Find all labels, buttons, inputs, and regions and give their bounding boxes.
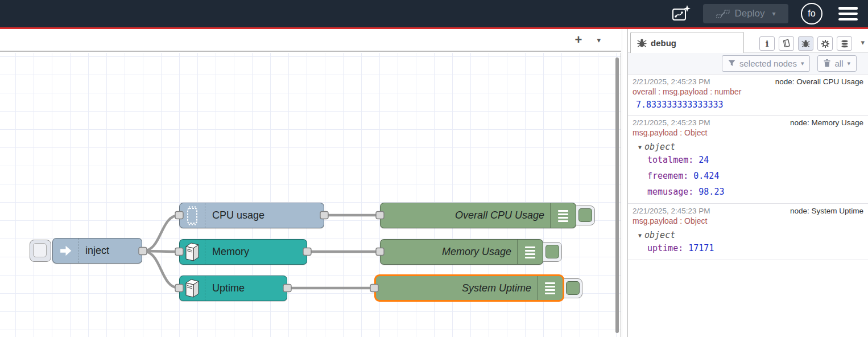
object-field: freemem: 0.424 [633,168,863,184]
sidebar-splitter[interactable] [622,29,627,337]
message-timestamp: 2/21/2025, 2:45:23 PM [633,207,710,215]
flow-tabbar: + ▾ [0,29,621,52]
add-flow-button[interactable]: + [575,34,582,46]
node-label: Overall CPU Usage [381,209,550,221]
field-value: 17171 [688,243,714,253]
node-debug-overall-cpu-usage[interactable]: Overall CPU Usage [380,203,576,228]
debug-tab-button[interactable] [798,36,813,51]
cpu-chip-icon [180,203,205,228]
trash-icon [824,59,830,67]
inject-trigger-button[interactable] [30,240,51,262]
field-value: 0.424 [693,171,719,181]
node-debug-memory-usage[interactable]: Memory Usage [380,239,543,265]
clear-caret-icon: ▾ [847,60,850,67]
main-menu-icon[interactable] [838,6,858,21]
object-field: memusage: 98.23 [633,184,863,200]
context-data-tab-button[interactable] [837,36,852,51]
debug-console-icon [550,203,576,228]
debug-toolbar: selected nodes ▾ all ▾ [628,52,868,75]
node-memory[interactable]: Memory [179,239,307,265]
node-uptime[interactable]: Uptime [179,276,287,301]
message-path: msg.payload : Object [633,216,863,225]
message-source-node: node: System Uptime [790,207,863,215]
filter-caret-icon: ▾ [801,60,804,67]
node-label: Memory [205,246,307,258]
node-red-editor: Deploy ▾ fo + ▾ inject [0,0,868,337]
debug-clear-button[interactable]: all ▾ [817,55,857,72]
canvas-vertical-scrollbar[interactable] [615,57,619,333]
field-key: totalmem: [647,155,693,165]
bug-icon [801,39,810,48]
object-label: object [644,142,675,152]
flow-canvas[interactable]: inject CPU usage [0,53,621,337]
database-icon [840,39,849,48]
debug-toggle-inner [566,281,580,295]
node-debug-system-uptime[interactable]: System Uptime [374,274,564,302]
sidebar-tabbar: debug i [628,29,868,52]
object-expander[interactable]: ▼ object [633,137,863,152]
deploy-icon [716,9,730,19]
funnel-icon [728,60,735,67]
debug-sidebar: debug i [627,29,868,337]
node-inject[interactable]: inject [52,238,142,264]
node-cpu-usage[interactable]: CPU usage [179,203,324,228]
wire-inject-memory [143,251,179,252]
server-tower-icon [180,240,205,264]
config-gear-tab-button[interactable] [817,36,833,51]
object-field: totalmem: 24 [633,152,863,168]
object-label: object [644,230,675,240]
field-value: 24 [698,155,709,165]
message-timestamp: 2/21/2025, 2:45:23 PM [633,118,710,127]
help-book-tab-button[interactable] [779,36,794,51]
sidebar-icon-buttons: i [759,36,852,51]
deploy-label: Deploy [735,8,765,19]
field-key: memusage: [647,187,693,197]
debug-toggle-inner [578,208,592,222]
node-label: CPU usage [205,209,324,221]
field-value: 98.23 [698,187,724,197]
debug-filter-label: selected nodes [739,59,797,68]
debug-message[interactable]: 2/21/2025, 2:45:23 PM node: System Uptim… [628,204,868,260]
info-tab-button[interactable]: i [759,36,775,51]
message-path: overall : msg.payload : number [633,87,863,96]
debug-console-icon [517,240,543,264]
inject-arrow-icon [53,239,78,263]
gear-icon [821,39,830,48]
bug-icon [637,38,647,48]
node-label: System Uptime [376,282,537,294]
deploy-button[interactable]: Deploy ▾ [703,4,788,23]
tree-caret-icon: ▼ [638,232,642,239]
ai-flow-assistant-icon[interactable] [671,5,691,23]
field-key: uptime: [647,243,683,253]
flow-list-caret-icon[interactable]: ▾ [597,36,601,44]
debug-message-list: 2/21/2025, 2:45:23 PM node: Overall CPU … [628,75,868,260]
tree-caret-icon: ▼ [638,144,642,150]
sidebar-collapse-caret-icon[interactable]: ▾ [861,38,865,47]
user-avatar[interactable]: fo [801,3,822,24]
inject-trigger-inner [33,243,47,257]
debug-clear-label: all [834,59,843,68]
message-source-node: node: Memory Usage [790,118,863,127]
header: Deploy ▾ fo [0,0,868,27]
node-label: inject [78,245,142,257]
debug-filter-button[interactable]: selected nodes ▾ [722,55,810,72]
field-key: freemem: [647,171,688,181]
deploy-caret-icon[interactable]: ▾ [772,10,775,18]
debug-message[interactable]: 2/21/2025, 2:45:23 PM node: Memory Usage… [628,116,868,204]
debug-toggle-inner [545,245,559,258]
wire-inject-cpu [143,215,179,251]
message-path: msg.payload : Object [633,128,863,137]
tab-debug-label: debug [651,38,676,48]
book-icon [782,39,791,48]
object-expander[interactable]: ▼ object [633,225,863,240]
message-source-node: node: Overall CPU Usage [775,77,863,86]
server-tower-icon [180,276,205,301]
node-label: Memory Usage [381,246,517,258]
tab-debug[interactable]: debug [630,32,744,53]
object-field: uptime: 17171 [633,240,863,256]
debug-console-icon [537,276,563,300]
debug-message[interactable]: 2/21/2025, 2:45:23 PM node: Overall CPU … [628,75,868,116]
wire-inject-uptime [143,251,179,288]
message-timestamp: 2/21/2025, 2:45:23 PM [633,77,710,86]
avatar-initials: fo [808,9,815,19]
